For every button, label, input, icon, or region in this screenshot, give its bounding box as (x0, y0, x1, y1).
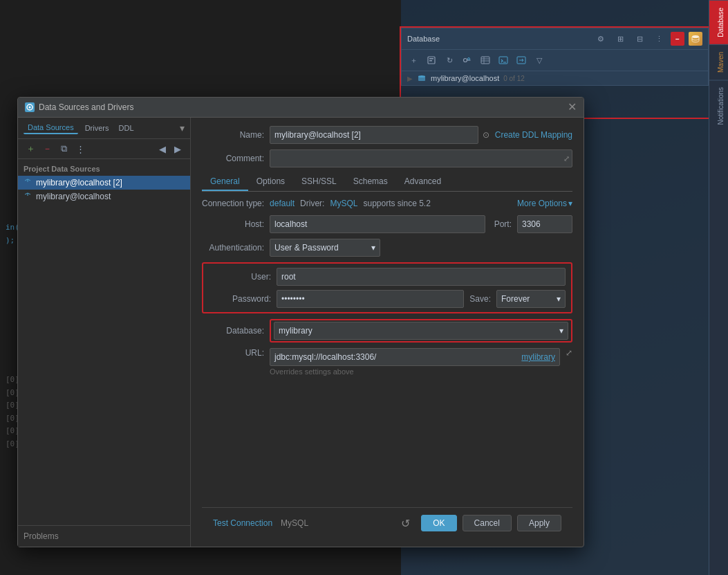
dialog-titlebar: Data Sources and Drivers ✕ (18, 98, 584, 118)
database-arrow: ▾ (559, 326, 563, 336)
password-row: Password: Save: Forever ▾ (209, 290, 566, 308)
user-row: User: (209, 268, 566, 286)
tab-ddl[interactable]: DDL (116, 122, 137, 134)
nav-arrows: ◀ ▶ (156, 142, 185, 156)
tab-ssh-ssl[interactable]: SSH/SSL (293, 173, 345, 191)
nav-forward-button[interactable]: ▶ (171, 142, 185, 156)
sidebar-item-label-1: mylibrary@localhost [2] (36, 178, 122, 188)
url-label: URL: (202, 348, 264, 358)
tab-drivers[interactable]: Drivers (81, 122, 113, 134)
content-tabs: General Options SSH/SSL Schemas Advanced (202, 173, 572, 192)
sidebar-action-bar: ＋ － ⧉ ⋮ ◀ ▶ (18, 139, 190, 159)
data-sources-dialog: Data Sources and Drivers ✕ Data Sources … (17, 97, 584, 547)
cancel-button[interactable]: Cancel (463, 515, 512, 531)
test-connection-link[interactable]: Test Connection (213, 518, 272, 528)
database-label: Database: (202, 326, 264, 336)
more-options-arrow: ▾ (568, 199, 572, 208)
dialog-content: Name: ⊙ Create DDL Mapping Comment: ⤢ (191, 118, 584, 547)
url-hint: Overrides settings above (270, 367, 560, 376)
remove-datasource-button[interactable]: － (40, 142, 54, 156)
create-ddl-link[interactable]: Create DDL Mapping (495, 130, 572, 140)
port-input[interactable] (517, 215, 572, 233)
comment-row: Comment: ⤢ (202, 149, 572, 167)
dialog-close-button[interactable]: ✕ (568, 102, 577, 113)
host-label: Host: (202, 219, 264, 229)
more-options-text: More Options (517, 199, 567, 208)
more-actions-button[interactable]: ⋮ (73, 142, 87, 156)
connection-type-row: Connection type: default Driver: MySQL s… (202, 199, 572, 208)
comment-input-wrap: ⤢ (270, 149, 572, 167)
save-label: Save: (469, 294, 491, 304)
auth-label: Authentication: (202, 243, 264, 253)
name-row: Name: ⊙ Create DDL Mapping (202, 126, 572, 144)
tab-options[interactable]: Options (248, 173, 293, 191)
database-row: Database: mylibrary ▾ (202, 319, 572, 343)
url-prefix: jdbc:mysql://localhost:3306/ (274, 352, 521, 362)
auth-arrow: ▾ (371, 243, 375, 253)
apply-button[interactable]: Apply (517, 515, 561, 531)
sidebar-tabs: Data Sources Drivers DDL ▾ (18, 118, 190, 139)
tab-advanced[interactable]: Advanced (396, 173, 449, 191)
name-label: Name: (202, 130, 264, 140)
refresh-icon[interactable]: ↺ (401, 517, 410, 530)
svg-point-16 (29, 107, 31, 109)
user-input[interactable] (277, 268, 566, 286)
ok-button[interactable]: OK (421, 515, 456, 531)
name-input[interactable] (270, 126, 478, 144)
conn-type-value[interactable]: default (270, 199, 295, 208)
nav-back-button[interactable]: ◀ (156, 142, 169, 156)
dropdown-arrow[interactable]: ▾ (180, 122, 185, 134)
problems-section: Problems (18, 525, 190, 547)
tab-data-sources[interactable]: Data Sources (24, 122, 78, 134)
credentials-section: User: Password: Save: Forever ▾ (202, 262, 572, 313)
sidebar-section-label: Project Data Sources (18, 159, 190, 176)
dialog-footer: Test Connection MySQL ↺ OK Cancel Apply (202, 507, 572, 538)
comment-input[interactable] (270, 149, 572, 167)
password-label: Password: (209, 294, 271, 304)
add-datasource-button[interactable]: ＋ (24, 142, 37, 156)
dialog-body: Data Sources Drivers DDL ▾ ＋ － ⧉ ⋮ ◀ ▶ (18, 118, 584, 547)
datasource-icon-2 (24, 192, 32, 201)
user-label: User: (209, 272, 271, 282)
host-row: Host: Port: (202, 215, 572, 233)
footer-left: Test Connection MySQL (213, 518, 401, 528)
port-label: Port: (491, 219, 512, 229)
dialog-title-text: Data Sources and Drivers (39, 102, 133, 112)
database-select[interactable]: mylibrary ▾ (274, 322, 568, 340)
url-db-link[interactable]: mylibrary (521, 352, 555, 362)
tab-general[interactable]: General (202, 173, 248, 191)
database-value: mylibrary (279, 326, 312, 336)
name-input-wrap: ⊙ (270, 126, 489, 144)
password-input[interactable] (277, 290, 464, 308)
url-input-wrap: jdbc:mysql://localhost:3306/mylibrary Ov… (270, 348, 560, 376)
tab-schemas[interactable]: Schemas (345, 173, 396, 191)
dialog-title: Data Sources and Drivers (25, 102, 133, 112)
dialog-sidebar: Data Sources Drivers DDL ▾ ＋ － ⧉ ⋮ ◀ ▶ (18, 118, 191, 547)
save-arrow: ▾ (557, 294, 561, 304)
content-spacer (202, 378, 572, 507)
dialog-overlay: Data Sources and Drivers ✕ Data Sources … (0, 0, 728, 575)
mysql-label: MySQL (281, 518, 308, 528)
sidebar-item-mylibrary-2[interactable]: mylibrary@localhost [2] (18, 176, 190, 190)
more-options-link[interactable]: More Options ▾ (517, 199, 572, 208)
conn-driver-label: Driver: (300, 199, 324, 208)
comment-label: Comment: (202, 154, 264, 163)
url-expand-icon[interactable]: ⤢ (566, 348, 572, 358)
auth-value: User & Password (274, 243, 339, 253)
save-value: Forever (501, 294, 530, 304)
name-icon[interactable]: ⊙ (483, 130, 489, 140)
auth-select[interactable]: User & Password ▾ (270, 239, 380, 257)
database-section-highlight: mylibrary ▾ (270, 319, 572, 343)
save-select[interactable]: Forever ▾ (496, 290, 566, 308)
dialog-title-icon (25, 102, 35, 112)
copy-datasource-button[interactable]: ⧉ (57, 142, 71, 156)
datasource-icon-1 (24, 179, 32, 187)
comment-expand-icon[interactable]: ⤢ (563, 154, 570, 163)
url-row: URL: jdbc:mysql://localhost:3306/mylibra… (202, 348, 572, 376)
conn-driver-link[interactable]: MySQL (330, 199, 357, 208)
sidebar-item-mylibrary[interactable]: mylibrary@localhost (18, 190, 190, 203)
conn-type-label: Connection type: (202, 199, 264, 208)
sidebar-item-label-2: mylibrary@localhost (36, 192, 111, 201)
host-input[interactable] (270, 215, 485, 233)
conn-since: supports since 5.2 (363, 199, 430, 208)
